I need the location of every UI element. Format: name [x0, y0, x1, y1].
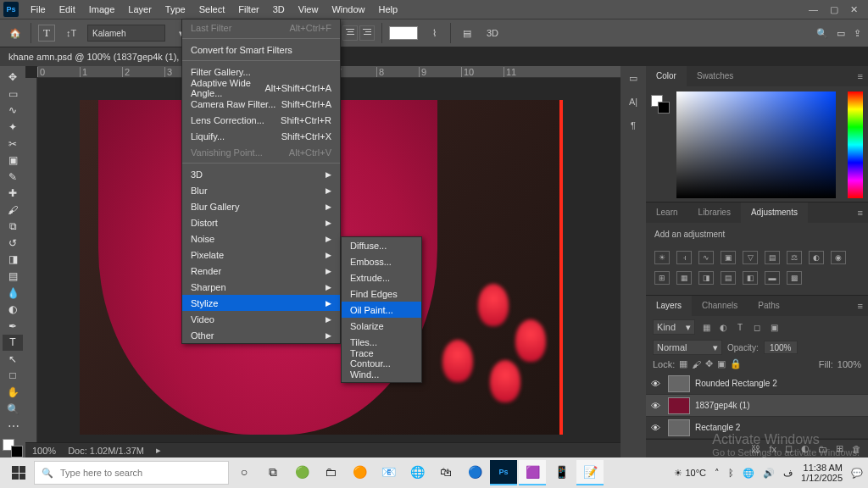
marquee-tool[interactable]: ▭ [3, 86, 23, 103]
type-tool[interactable]: T [3, 335, 23, 351]
menu-filter[interactable]: Filter [231, 0, 265, 19]
filter-blur[interactable]: Blur▶ [182, 182, 340, 198]
filter-3d[interactable]: 3D▶ [182, 166, 340, 182]
adj-exposure[interactable]: ▣ [721, 251, 736, 264]
menu-type[interactable]: Type [159, 0, 192, 19]
opacity-input[interactable]: 100% [764, 341, 798, 354]
stylize-emboss[interactable]: Emboss... [342, 253, 421, 269]
taskbar-app[interactable]: 📱 [548, 460, 575, 485]
workspace-icon[interactable]: ▭ [837, 28, 845, 39]
home-button[interactable]: 🏠 [7, 25, 24, 42]
filter-sharpen[interactable]: Sharpen▶ [182, 279, 340, 295]
tab-swatches[interactable]: Swatches [687, 66, 743, 86]
menu-window[interactable]: Window [325, 0, 371, 19]
lock-position-icon[interactable]: ✥ [705, 358, 713, 369]
panel-menu-icon[interactable]: ≡ [858, 208, 863, 218]
adj-brightness[interactable]: ☀ [654, 251, 670, 264]
align-right-button[interactable] [359, 25, 375, 41]
menu-select[interactable]: Select [192, 0, 232, 19]
hand-tool[interactable]: ✋ [3, 385, 23, 401]
taskbar-photoshop[interactable]: Ps [490, 460, 517, 485]
tab-layers[interactable]: Layers [646, 296, 692, 316]
frame-tool[interactable]: ▣ [3, 152, 23, 169]
hue-strip[interactable] [848, 92, 863, 198]
menu-image[interactable]: Image [82, 0, 122, 19]
bluetooth-icon[interactable]: ᛒ [728, 468, 734, 478]
tab-channels[interactable]: Channels [692, 296, 748, 316]
clock[interactable]: 11:38 AM1/12/2025 [801, 463, 843, 483]
stylize-trace-contour[interactable]: Trace Contour... [342, 350, 421, 366]
stylize-extrude[interactable]: Extrude... [342, 269, 421, 286]
notifications-icon[interactable]: 💬 [851, 468, 863, 479]
layer-item[interactable]: 👁1837gep4k (1) [646, 395, 868, 417]
tool-indicator[interactable]: T [38, 25, 55, 42]
adj-color-balance[interactable]: ⚖ [787, 251, 802, 264]
share-icon[interactable]: ⇪ [854, 28, 861, 39]
adj-levels[interactable]: ⫞ [676, 251, 692, 264]
stylize-oil-paint[interactable]: Oil Paint... [342, 302, 421, 318]
layer-filter-kind[interactable]: Kind▾ [653, 319, 695, 335]
history-icon[interactable]: ▭ [625, 69, 642, 86]
adj-invert[interactable]: ◨ [698, 271, 714, 285]
lock-all-icon[interactable]: 🔒 [730, 358, 742, 369]
color-swatches[interactable] [3, 439, 23, 458]
panel-menu-icon[interactable]: ≡ [858, 71, 863, 81]
lasso-tool[interactable]: ∿ [3, 103, 23, 119]
close-button[interactable]: ✕ [850, 4, 858, 15]
filter-lens-correction[interactable]: Lens Correction...Shift+Ctrl+R [182, 112, 340, 128]
taskbar-app[interactable]: 🛍 [432, 460, 459, 485]
character-panel-button[interactable]: ▤ [458, 25, 476, 42]
link-layers-icon[interactable]: ⛓ [751, 444, 760, 454]
character-icon[interactable]: A| [625, 93, 642, 110]
eyedropper-tool[interactable]: ✎ [3, 169, 23, 185]
blur-tool[interactable]: 💧 [3, 285, 23, 301]
layer-item[interactable]: 👁Rectangle 2 [646, 417, 868, 439]
group-icon[interactable]: 🗀 [818, 444, 827, 454]
layer-name[interactable]: Rounded Rectangle 2 [695, 379, 777, 388]
warp-text-button[interactable]: ⌇ [425, 25, 443, 42]
tab-adjustments[interactable]: Adjustments [741, 202, 808, 223]
adj-threshold[interactable]: ◧ [743, 271, 758, 285]
dodge-tool[interactable]: ◐ [3, 302, 23, 318]
lock-transparency-icon[interactable]: ▦ [679, 358, 687, 369]
adj-hue[interactable]: ▤ [765, 251, 780, 264]
taskbar-app[interactable]: 🟢 [288, 460, 315, 485]
taskbar-app[interactable]: 🟠 [346, 460, 373, 485]
visibility-icon[interactable]: 👁 [651, 379, 663, 389]
stylize-wind[interactable]: Wind... [342, 366, 421, 382]
layer-name[interactable]: Rectangle 2 [695, 423, 740, 432]
maximize-button[interactable]: ▢ [830, 4, 838, 15]
stylize-diffuse[interactable]: Diffuse... [342, 237, 421, 253]
filter-pixelate[interactable]: Pixelate▶ [182, 247, 340, 263]
paragraph-icon[interactable]: ¶ [625, 117, 642, 134]
volume-icon[interactable]: 🔊 [763, 468, 775, 479]
color-field[interactable] [676, 92, 836, 198]
tab-learn[interactable]: Learn [646, 202, 688, 223]
zoom-tool[interactable]: 🔍 [3, 401, 23, 417]
minimize-button[interactable]: — [809, 4, 818, 15]
brush-tool[interactable]: 🖌 [3, 202, 23, 219]
adj-channel-mixer[interactable]: ⊞ [654, 271, 670, 285]
filter-pixel-icon[interactable]: ▦ [700, 321, 712, 333]
menu-3d[interactable]: 3D [266, 0, 292, 19]
taskbar-app[interactable]: 🗀 [317, 460, 344, 485]
menu-file[interactable]: File [24, 0, 53, 19]
adj-bw[interactable]: ◐ [809, 251, 824, 264]
layer-name[interactable]: 1837gep4k (1) [695, 401, 750, 410]
adj-photo-filter[interactable]: ◉ [831, 251, 846, 264]
status-arrow-icon[interactable]: ▸ [156, 445, 161, 456]
taskbar-app[interactable]: 📧 [375, 460, 402, 485]
move-tool[interactable]: ✥ [3, 69, 23, 86]
menu-view[interactable]: View [292, 0, 326, 19]
blend-mode-select[interactable]: Normal▾ [653, 340, 722, 355]
fx-icon[interactable]: fx [769, 444, 776, 454]
start-button[interactable] [5, 460, 32, 485]
filter-distort[interactable]: Distort▶ [182, 214, 340, 230]
doc-info[interactable]: Doc: 1.02M/1.37M [68, 446, 144, 456]
clone-tool[interactable]: ⧉ [3, 219, 23, 235]
filter-adjustment-icon[interactable]: ◐ [717, 321, 729, 333]
panel-menu-icon[interactable]: ≡ [858, 301, 863, 311]
tab-libraries[interactable]: Libraries [688, 202, 741, 223]
taskbar-app[interactable]: 🌐 [403, 460, 431, 485]
filter-adaptive-wide-angle[interactable]: Adaptive Wide Angle...Alt+Shift+Ctrl+A [182, 80, 340, 96]
